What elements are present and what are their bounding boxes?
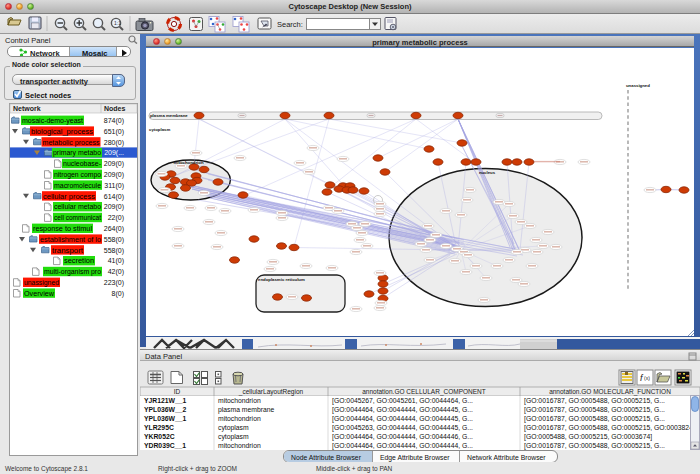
svg-text:YJR121W__1: YJR121W__1 [144, 397, 187, 404]
svg-text:[GO:0016787, GO:0005488, GO:00: [GO:0016787, GO:0005488, GO:0005215, G..… [524, 397, 665, 405]
svg-text:nucleobase-: nucleobase- [63, 160, 102, 167]
svg-text:endoplasmic reticulum: endoplasmic reticulum [258, 277, 305, 282]
svg-text:plasma membrane: plasma membrane [150, 113, 188, 118]
svg-text:annotation.GO MOLECULAR_FUNCTI: annotation.GO MOLECULAR_FUNCTION [549, 388, 671, 396]
svg-text:mosaic-demo-yeast: mosaic-demo-yeast [22, 117, 83, 125]
svg-text:YKR052C: YKR052C [144, 433, 175, 440]
svg-text:nitrogen compo: nitrogen compo [54, 171, 101, 179]
svg-text:mitochondrion: mitochondrion [218, 415, 261, 422]
svg-text:[GO:0016787, GO:0005488, GO:00: [GO:0016787, GO:0005488, GO:0005215, G..… [524, 415, 665, 423]
svg-text:558(0): 558(0) [104, 236, 124, 244]
svg-text:cytoplasm: cytoplasm [218, 433, 249, 441]
svg-text:[GO:0045263, GO:0044444, GO:00: [GO:0045263, GO:0044444, GO:0044445, G..… [332, 424, 473, 432]
svg-text:280(0): 280(0) [104, 139, 124, 147]
svg-text:cytoplasm: cytoplasm [218, 424, 249, 432]
svg-text:primary metabo: primary metabo [53, 149, 101, 157]
svg-text:mitochondrion: mitochondrion [173, 160, 203, 165]
svg-text:311(0): 311(0) [104, 182, 124, 190]
svg-text:42(0): 42(0) [108, 268, 124, 276]
svg-text:transport: transport [52, 247, 83, 255]
svg-text:209(0): 209(0) [104, 160, 124, 168]
svg-text:establishment of lo: establishment of lo [40, 236, 101, 243]
svg-text:unassigned: unassigned [24, 279, 59, 287]
svg-text:209(...: 209(... [104, 149, 124, 157]
svg-text:22(0): 22(0) [108, 214, 124, 222]
svg-text:response to stimul: response to stimul [33, 225, 92, 233]
svg-text:41(0): 41(0) [108, 257, 124, 265]
svg-text:Nodes: Nodes [104, 105, 126, 112]
svg-text:558(0): 558(0) [104, 247, 124, 255]
svg-text:Search:: Search: [277, 20, 303, 29]
svg-text:annotation.GO CELLULAR_COMPONE: annotation.GO CELLULAR_COMPONENT [362, 388, 486, 396]
svg-text:209(0): 209(0) [104, 203, 124, 211]
svg-text:651(0): 651(0) [104, 128, 124, 136]
svg-text:ID: ID [174, 388, 181, 395]
svg-text:264(0): 264(0) [104, 225, 124, 233]
svg-text:cytoplasm: cytoplasm [149, 127, 170, 132]
svg-text:1:1: 1:1 [114, 20, 121, 26]
svg-text:[GO:0044464, GO:0044444, GO:00: [GO:0044464, GO:0044444, GO:0044446, G..… [332, 433, 473, 441]
svg-text:multi-organism pro: multi-organism pro [44, 268, 101, 276]
svg-text:[GO:0044464, GO:0044444, GO:00: [GO:0044464, GO:0044444, GO:0044445, G..… [332, 406, 473, 414]
svg-text:(x): (x) [644, 375, 650, 381]
svg-text:[GO:0045267, GO:0045261, GO:00: [GO:0045267, GO:0045261, GO:0044464, G..… [332, 397, 473, 405]
svg-text:[GO:0044464, GO:0044444, GO:00: [GO:0044464, GO:0044444, GO:0044445, G..… [332, 415, 473, 423]
svg-text:cellular metabo: cellular metabo [54, 203, 101, 210]
svg-text:Network: Network [13, 105, 41, 112]
svg-text:223(0): 223(0) [104, 279, 124, 287]
svg-text:mitochondrion: mitochondrion [218, 397, 261, 404]
svg-text:[GO:0016787, GO:0005488, GO:00: [GO:0016787, GO:0005488, GO:0005215, G..… [524, 406, 665, 414]
svg-text:metabolic process: metabolic process [43, 139, 100, 147]
svg-text:YPL036W__2: YPL036W__2 [144, 406, 187, 413]
svg-text:unassigned: unassigned [626, 83, 650, 88]
svg-text:cell communicat: cell communicat [54, 214, 101, 221]
svg-text:biological_process: biological_process [31, 128, 94, 136]
svg-text:874(0): 874(0) [104, 117, 124, 125]
svg-text:614(0): 614(0) [104, 193, 124, 201]
svg-text:macromolecule: macromolecule [54, 182, 101, 189]
svg-text:[GO:0005488, GO:0005215, GO:00: [GO:0005488, GO:0005215, GO:0003674] [524, 433, 652, 441]
svg-text:[GO:0016787, GO:0005488, GO:00: [GO:0016787, GO:0005488, GO:0005215, GO:… [524, 424, 700, 432]
svg-text:cellular process: cellular process [43, 193, 96, 201]
svg-text:plasma membrane: plasma membrane [218, 406, 275, 414]
svg-text:_cellularLayoutRegion: _cellularLayoutRegion [238, 388, 304, 396]
svg-text:Overview: Overview [24, 290, 55, 297]
svg-text:secretion: secretion [64, 257, 94, 264]
svg-text:YLR295C: YLR295C [144, 424, 174, 431]
svg-text:nucleus: nucleus [479, 170, 496, 175]
svg-text:209(0): 209(0) [104, 171, 124, 179]
svg-text:8(0): 8(0) [112, 290, 124, 298]
svg-text:YPL036W__1: YPL036W__1 [144, 415, 187, 422]
